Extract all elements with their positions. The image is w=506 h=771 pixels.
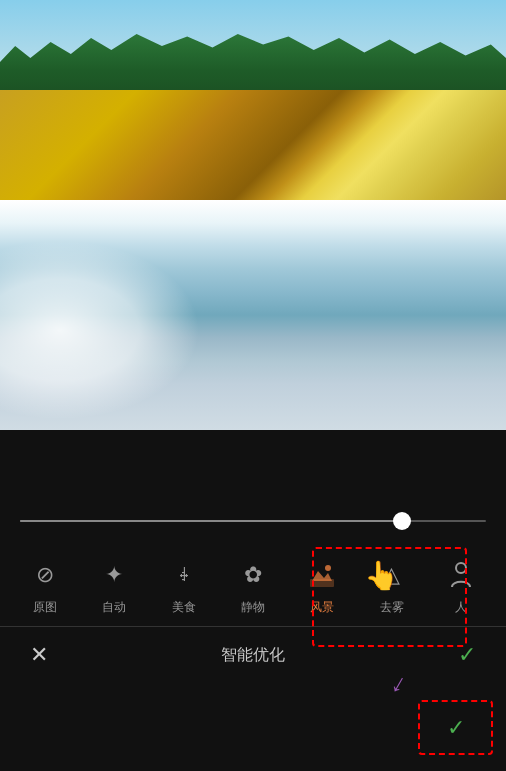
filter-person[interactable]: 人: [443, 557, 479, 616]
auto-label: 自动: [102, 599, 126, 616]
filter-still[interactable]: ✿ 静物: [235, 557, 271, 616]
filter-auto[interactable]: ✦ 自动: [96, 557, 132, 616]
still-label: 静物: [241, 599, 265, 616]
bottom-title: 智能优化: [221, 645, 285, 666]
food-label: 美食: [172, 599, 196, 616]
slider-section: [0, 430, 506, 542]
phone-container: ⊘ 原图 ✦ 自动 ⸸ 美食 ✿ 静物: [0, 0, 506, 771]
cancel-button[interactable]: ✕: [30, 642, 48, 668]
filter-food[interactable]: ⸸ 美食: [166, 557, 202, 616]
slider-fill: [20, 520, 402, 522]
filter-dehaze[interactable]: △ 去雾: [374, 557, 410, 616]
auto-icon: ✦: [96, 557, 132, 593]
landscape-label: 风景: [310, 599, 334, 616]
filter-original[interactable]: ⊘ 原图: [27, 557, 63, 616]
food-icon: ⸸: [166, 557, 202, 593]
landscape-icon: [304, 557, 340, 593]
original-icon: ⊘: [27, 557, 63, 593]
slider-track[interactable]: [20, 520, 486, 522]
dehaze-label: 去雾: [380, 599, 404, 616]
svg-point-1: [325, 565, 331, 571]
svg-point-2: [456, 563, 466, 573]
bottom-bar: ✕ 智能优化 ✓: [0, 626, 506, 683]
controls-area: ⊘ 原图 ✦ 自动 ⸸ 美食 ✿ 静物: [0, 430, 506, 771]
original-label: 原图: [33, 599, 57, 616]
dehaze-icon: △: [374, 557, 410, 593]
filter-landscape[interactable]: 风景: [304, 557, 340, 616]
person-icon: [443, 557, 479, 593]
image-area: [0, 0, 506, 430]
filter-tabs: ⊘ 原图 ✦ 自动 ⸸ 美食 ✿ 静物: [0, 542, 506, 626]
mist-layer: [0, 240, 200, 420]
slider-thumb[interactable]: [393, 512, 411, 530]
still-icon: ✿: [235, 557, 271, 593]
person-label: 人: [455, 599, 467, 616]
confirm-button[interactable]: ✓: [458, 642, 476, 668]
